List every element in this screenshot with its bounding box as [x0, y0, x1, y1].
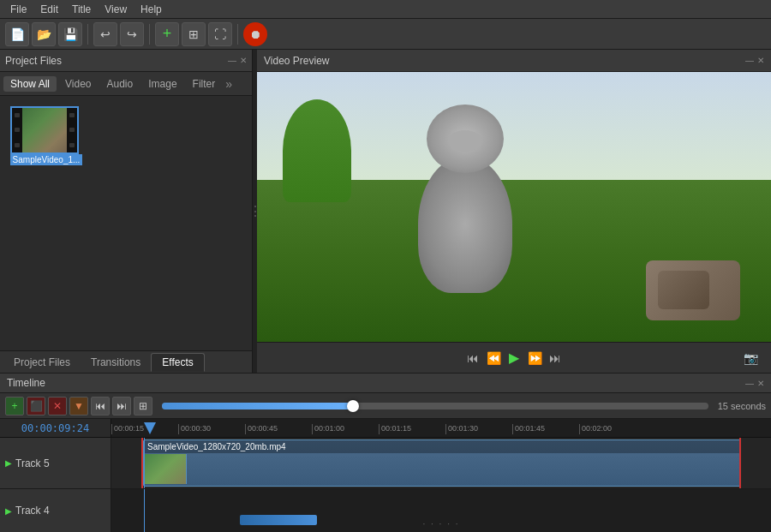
track-4-arrow[interactable]: ▶: [5, 506, 12, 516]
media-area: SampleVideo_1...: [0, 96, 252, 350]
rewind-button[interactable]: ⏪: [483, 348, 504, 368]
film-hole: [15, 113, 20, 117]
track-4-content[interactable]: · · · · ·: [111, 489, 771, 532]
timeline-container: Timeline — ✕ + ⬛ ✕ ▼ ⏮ ⏭ ⊞ 15 seconds: [0, 373, 771, 532]
preview-header-icons: — ✕: [745, 56, 764, 65]
track4-clip[interactable]: [240, 515, 317, 525]
tl-snap-button[interactable]: ⊞: [134, 397, 152, 415]
tab-project-files[interactable]: Project Files: [3, 354, 81, 371]
menu-help[interactable]: Help: [134, 2, 169, 17]
fullscreen-button[interactable]: ⛶: [208, 22, 232, 46]
transport-controls: ⏮ ⏪ ▶ ⏩ ⏭ 📷: [257, 342, 771, 373]
tl-prev-button[interactable]: ⏮: [91, 397, 110, 415]
save-button[interactable]: 💾: [58, 22, 82, 46]
timeline-close-icon[interactable]: ✕: [757, 379, 764, 388]
filter-tab-image[interactable]: Image: [141, 76, 183, 92]
skip-forward-button[interactable]: ⏭: [545, 348, 565, 368]
filter-more-icon[interactable]: »: [225, 77, 232, 91]
timecode-display: 00:00:09:24: [0, 419, 111, 437]
tab-transitions[interactable]: Transitions: [81, 354, 151, 371]
undo-button[interactable]: ↩: [93, 22, 117, 46]
toolbar-separator-3: [237, 24, 238, 45]
track-5-clip[interactable]: SampleVideo_1280x720_20mb.mp4: [143, 439, 741, 487]
character-body: [418, 156, 512, 293]
tl-add-track-button[interactable]: +: [5, 397, 24, 415]
bottom-tabs: Project Files Transitions Effects: [0, 350, 252, 373]
ruler-marks-container: 00:00:15 00:00:30 00:00:45 00:01:00 00:0…: [111, 422, 771, 434]
track-5-arrow[interactable]: ▶: [5, 458, 12, 468]
play-button[interactable]: ▶: [504, 348, 524, 368]
panel-header-icons: — ✕: [228, 56, 247, 65]
filter-tab-filter[interactable]: Filter: [186, 76, 223, 92]
skip-back-button[interactable]: ⏮: [463, 348, 483, 368]
media-thumbnail: [10, 106, 79, 154]
preview-close-icon[interactable]: ✕: [757, 56, 764, 65]
add-button[interactable]: +: [155, 22, 179, 46]
filter-tab-audio[interactable]: Audio: [100, 76, 140, 92]
timeline-minimize-icon[interactable]: —: [745, 379, 754, 388]
scene-character: [401, 122, 529, 293]
tl-next-button[interactable]: ⏭: [112, 397, 131, 415]
clip-label: SampleVideo_1280x720_20mb.mp4: [144, 440, 740, 453]
project-files-header: Project Files — ✕: [0, 50, 252, 72]
timeline-header: Timeline — ✕: [0, 373, 771, 393]
tl-clip-button[interactable]: ⬛: [27, 397, 45, 415]
left-column: Project Files — ✕ Show All Video Audio I…: [0, 50, 253, 373]
ruler-mark-5: 00:01:15: [379, 424, 445, 434]
menu-title[interactable]: Title: [65, 2, 98, 17]
new-button[interactable]: 📄: [5, 22, 29, 46]
track4-dots: · · · · ·: [422, 519, 459, 529]
track-4-name: Track 4: [15, 505, 50, 517]
camera-capture-button[interactable]: 📷: [740, 348, 761, 368]
minimize-icon[interactable]: —: [228, 56, 236, 65]
grid-button[interactable]: ⊞: [182, 22, 206, 46]
track-5-header: ▶ Track 5: [0, 438, 111, 488]
track-5-row: ▶ Track 5 SampleVideo_1280x720_20mb.mp4: [0, 438, 771, 489]
tab-effects[interactable]: Effects: [151, 353, 204, 372]
tl-arrow-button[interactable]: ▼: [69, 397, 88, 415]
preview-title: Video Preview: [264, 55, 330, 67]
track-5-content[interactable]: SampleVideo_1280x720_20mb.mp4: [111, 438, 771, 488]
toolbar: 📄 📂 💾 ↩ ↪ + ⊞ ⛶ ⏺: [0, 19, 771, 50]
ruler-mark-4: 00:01:00: [312, 424, 379, 434]
film-hole: [69, 143, 75, 147]
video-frame: [257, 72, 771, 342]
film-strip-right: [67, 108, 77, 152]
project-files-title: Project Files: [5, 55, 62, 67]
film-hole: [15, 128, 20, 132]
menu-file[interactable]: File: [3, 2, 33, 17]
redo-button[interactable]: ↪: [120, 22, 144, 46]
ruler-mark-6: 00:01:30: [445, 424, 512, 434]
track-5-name: Track 5: [15, 457, 50, 469]
timeline-duration-label: 15 seconds: [718, 401, 766, 411]
tl-cut-button[interactable]: ✕: [48, 397, 67, 415]
media-label: SampleVideo_1...: [10, 154, 82, 165]
filter-tab-showall[interactable]: Show All: [3, 76, 57, 92]
menu-view[interactable]: View: [98, 2, 134, 17]
thumbnail-inner: [12, 108, 77, 152]
media-item[interactable]: SampleVideo_1...: [10, 106, 82, 165]
right-column: Video Preview — ✕: [257, 50, 771, 373]
timeline-progress-handle[interactable]: [347, 400, 359, 412]
timeline-toolbar: + ⬛ ✕ ▼ ⏮ ⏭ ⊞ 15 seconds: [0, 393, 771, 419]
filter-tabs: Show All Video Audio Image Filter »: [0, 72, 252, 96]
filter-tab-video[interactable]: Video: [58, 76, 98, 92]
timeline-body: 00:00:09:24 00:00:15 00:00:30 00:00:45 0…: [0, 419, 771, 532]
clip-start-marker: [141, 438, 143, 488]
ruler-mark-8: 00:02:00: [579, 424, 646, 434]
scene-tree: [283, 99, 351, 202]
timeline-progress-fill: [162, 403, 353, 409]
record-button[interactable]: ⏺: [243, 22, 267, 46]
menu-edit[interactable]: Edit: [33, 2, 65, 17]
close-icon[interactable]: ✕: [240, 56, 247, 65]
preview-minimize-icon[interactable]: —: [745, 56, 754, 65]
timeline-header-icons: — ✕: [745, 379, 764, 388]
ruler-mark-2: 00:00:30: [178, 424, 245, 434]
menubar: File Edit Title View Help: [0, 0, 771, 19]
playhead-marker: [144, 422, 156, 434]
timeline-progress[interactable]: [162, 403, 708, 409]
film-strip-left: [12, 108, 22, 152]
open-button[interactable]: 📂: [32, 22, 56, 46]
clip-thumbnail: [144, 454, 187, 484]
fast-forward-button[interactable]: ⏩: [524, 348, 545, 368]
